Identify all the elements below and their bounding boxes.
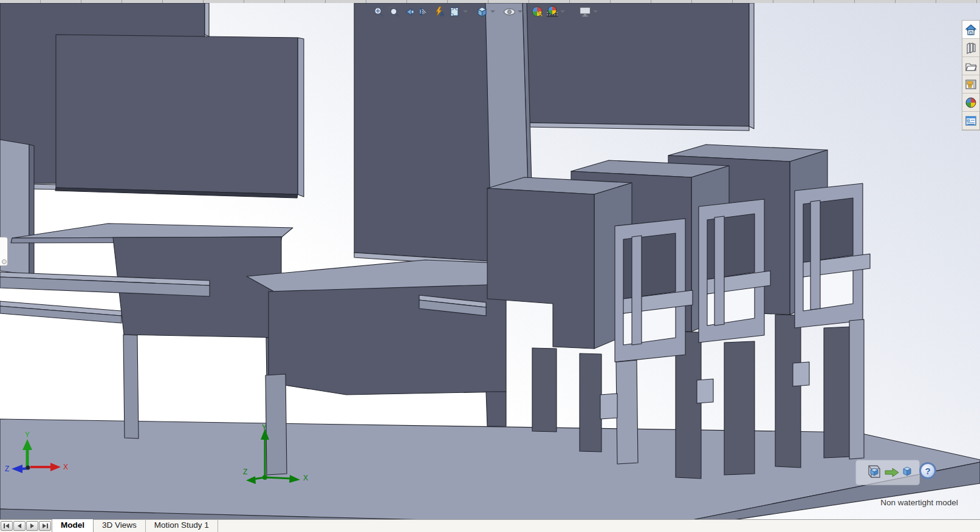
hide-show-items-icon[interactable]: [502, 5, 516, 19]
zoom-to-fit-icon[interactable]: [372, 5, 386, 19]
task-pane-home-button[interactable]: [962, 21, 979, 39]
zoom-to-area-icon[interactable]: [387, 5, 401, 19]
panel-tab-handle-icon: [2, 259, 7, 264]
appearances-scenes-button[interactable]: [962, 94, 979, 112]
hide-show-items-caret[interactable]: [518, 10, 523, 13]
wireframe-model-icon: [869, 466, 880, 477]
view-orientation-caret[interactable]: [463, 10, 468, 13]
dynamic-annotation-icon[interactable]: A: [433, 5, 447, 19]
triad-x-label: X: [63, 463, 68, 471]
triad-z-label: Z: [5, 465, 9, 473]
apply-scene-caret[interactable]: [560, 10, 565, 13]
custom-properties-button[interactable]: [962, 112, 979, 130]
tab-nav-buttons: [1, 521, 52, 531]
collapsed-panel-tab[interactable]: [0, 237, 8, 266]
triad-x-label: X: [303, 474, 308, 482]
heads-up-toolbar: A: [372, 4, 600, 19]
previous-tab-button[interactable]: [13, 521, 26, 531]
triad-y-label: Y: [262, 423, 267, 432]
document-tabs: Model 3D Views Motion Study 1: [52, 519, 218, 532]
design-library-button[interactable]: [962, 39, 979, 57]
tab-3d-views[interactable]: 3D Views: [94, 519, 146, 532]
edit-appearance-icon[interactable]: [530, 5, 544, 19]
solidworks-window: Y X Z Y X Z: [0, 0, 980, 532]
display-style-caret[interactable]: [490, 10, 495, 13]
apply-scene-icon[interactable]: [545, 5, 559, 19]
solid-model-icon: [903, 467, 911, 476]
task-pane-tabs: [962, 20, 980, 131]
triad-z-label: Z: [243, 468, 247, 476]
next-tab-button[interactable]: [26, 521, 38, 531]
tab-motion-study-1[interactable]: Motion Study 1: [146, 519, 218, 532]
view-palette-button[interactable]: [962, 75, 979, 94]
status-message: Non watertight model: [858, 498, 980, 507]
top-ruler-strip: [0, 0, 980, 3]
watertight-check-panel[interactable]: [855, 460, 920, 485]
display-style-icon[interactable]: [475, 5, 489, 19]
arrow-right-icon: [885, 468, 899, 477]
view-settings-caret[interactable]: [593, 10, 598, 13]
last-tab-button[interactable]: [39, 521, 51, 531]
column: [485, 3, 532, 188]
previous-view-icon[interactable]: [402, 5, 416, 19]
svg-text:A: A: [440, 11, 444, 18]
section-view-icon[interactable]: [417, 5, 431, 19]
triad-y-label: Y: [25, 431, 30, 439]
tab-model[interactable]: Model: [52, 519, 94, 532]
view-orientation-icon[interactable]: [448, 5, 462, 19]
view-settings-icon[interactable]: [578, 5, 592, 19]
viewport-3d[interactable]: Y X Z Y X Z: [0, 0, 980, 532]
first-tab-button[interactable]: [1, 521, 13, 531]
file-explorer-button[interactable]: [962, 57, 979, 75]
help-button[interactable]: ?: [919, 462, 936, 479]
